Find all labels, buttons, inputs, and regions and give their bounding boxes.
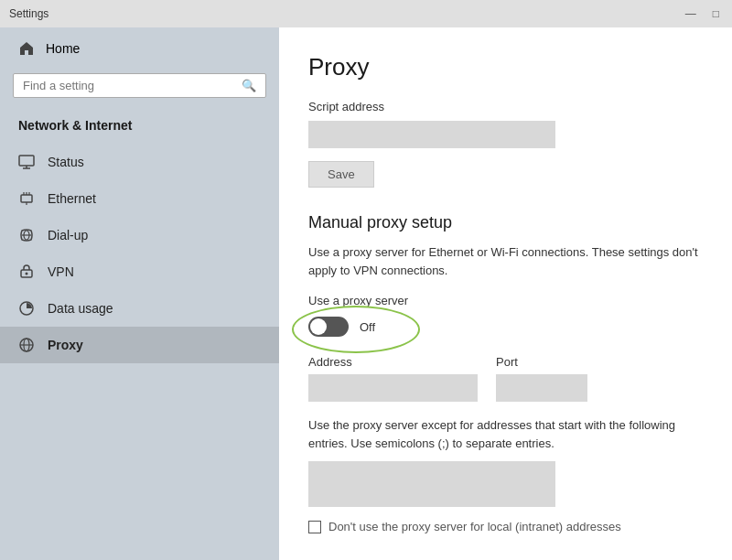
sidebar-item-vpn[interactable]: VPN [0, 253, 279, 290]
port-label: Port [496, 355, 587, 369]
data-usage-label: Data usage [48, 301, 113, 316]
maximize-button[interactable]: □ [709, 7, 723, 20]
status-label: Status [48, 155, 84, 169]
port-field[interactable] [496, 374, 587, 402]
proxy-label: Proxy [48, 338, 83, 352]
checkbox-label: Don't use the proxy server for local (in… [328, 520, 621, 533]
manual-proxy-heading: Manual proxy setup [308, 213, 703, 232]
address-group: Address [308, 355, 478, 402]
search-box[interactable]: 🔍 [13, 73, 266, 98]
dialup-label: Dial-up [48, 228, 88, 242]
sidebar-item-ethernet[interactable]: Ethernet [0, 180, 279, 217]
svg-rect-0 [19, 156, 34, 166]
sidebar-item-proxy[interactable]: Proxy [0, 327, 279, 363]
toggle-area: Off [308, 317, 375, 337]
search-icon: 🔍 [242, 79, 256, 92]
ethernet-label: Ethernet [48, 191, 96, 206]
sidebar-item-data-usage[interactable]: Data usage [0, 290, 279, 327]
globe-icon [18, 337, 35, 353]
svg-point-11 [26, 273, 28, 275]
manual-proxy-desc: Use a proxy server for Ethernet or Wi-Fi… [308, 243, 702, 279]
vpn-label: VPN [48, 264, 74, 279]
sidebar-item-status[interactable]: Status [0, 144, 279, 180]
use-proxy-label: Use a proxy server [308, 294, 703, 307]
sidebar-section-title: Network & Internet [0, 111, 279, 144]
exceptions-field[interactable] [308, 461, 555, 507]
toggle-knob [310, 318, 327, 335]
sidebar-item-dialup[interactable]: Dial-up [0, 217, 279, 253]
exceptions-desc: Use the proxy server except for addresse… [308, 416, 702, 452]
ethernet-icon [18, 190, 35, 207]
title-bar: Settings — □ [0, 0, 732, 27]
search-input[interactable] [23, 79, 234, 92]
content-area: Proxy Script address Save Manual proxy s… [279, 27, 732, 560]
monitor-icon [18, 154, 35, 170]
svg-rect-3 [21, 195, 32, 202]
save-button[interactable]: Save [308, 161, 374, 188]
address-port-row: Address Port [308, 355, 703, 402]
sidebar: Home 🔍 Network & Internet Status [0, 27, 279, 560]
main-layout: Home 🔍 Network & Internet Status [0, 27, 732, 560]
window-controls: — □ [682, 7, 723, 20]
local-intranet-checkbox-row: Don't use the proxy server for local (in… [308, 520, 703, 533]
data-usage-icon [18, 300, 35, 317]
vpn-icon [18, 264, 35, 280]
home-icon [18, 40, 35, 57]
script-address-label: Script address [308, 100, 703, 113]
minimize-button[interactable]: — [682, 7, 700, 20]
port-group: Port [496, 355, 587, 402]
script-address-field[interactable] [308, 121, 555, 148]
toggle-row: Off [308, 317, 375, 337]
dialup-icon [18, 227, 35, 243]
home-label: Home [46, 41, 80, 56]
address-label: Address [308, 355, 478, 369]
address-field[interactable] [308, 374, 478, 402]
page-title: Proxy [308, 53, 703, 81]
toggle-status: Off [360, 320, 375, 334]
app-title: Settings [9, 7, 48, 20]
local-intranet-checkbox[interactable] [308, 521, 321, 533]
sidebar-home[interactable]: Home [0, 27, 279, 70]
proxy-toggle[interactable] [308, 317, 349, 337]
